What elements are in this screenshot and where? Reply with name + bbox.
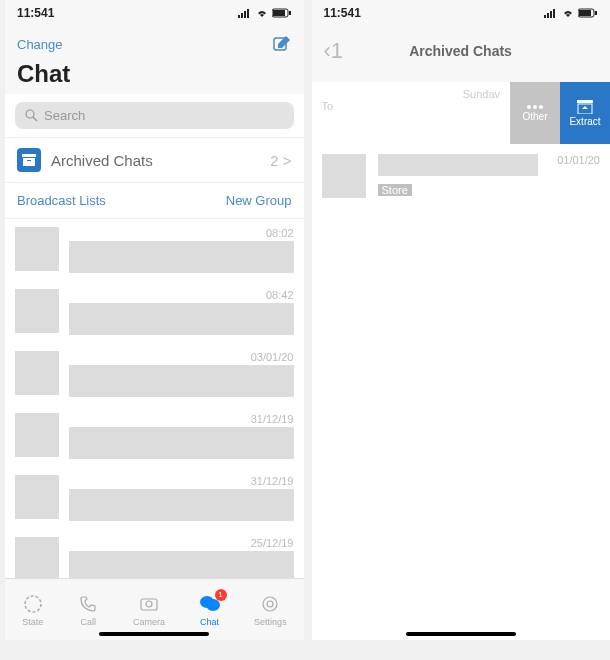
svg-point-27 (527, 105, 531, 109)
chat-row[interactable]: 08:42 (5, 281, 304, 343)
chat-row[interactable]: 03/01/20 (5, 343, 304, 405)
svg-rect-2 (244, 11, 246, 18)
avatar (322, 154, 366, 198)
status-time: 11:541 (17, 6, 54, 20)
home-indicator (99, 632, 209, 636)
avatar (15, 537, 59, 581)
svg-point-15 (146, 601, 152, 607)
swipe-content: Sundav To (312, 82, 511, 144)
chat-header: Change Chat (5, 26, 304, 94)
camera-icon (138, 593, 160, 615)
chat-row[interactable]: 31/12/19 (5, 467, 304, 529)
search-input[interactable]: Search (15, 102, 294, 129)
change-button[interactable]: Change (17, 37, 63, 52)
compose-icon[interactable] (272, 34, 292, 54)
phone-left: 11:541 Change Chat Search Archived Chats… (5, 0, 304, 640)
svg-rect-11 (23, 158, 35, 166)
svg-rect-5 (273, 10, 285, 16)
svg-point-13 (25, 596, 41, 612)
svg-point-19 (267, 601, 273, 607)
svg-rect-0 (238, 15, 240, 18)
svg-point-29 (539, 105, 543, 109)
status-icons (238, 6, 292, 20)
search-icon (25, 109, 38, 122)
svg-rect-12 (27, 160, 31, 161)
tab-settings[interactable]: Settings (254, 593, 287, 627)
svg-rect-20 (544, 15, 546, 18)
chat-time: 08:42 (69, 289, 294, 301)
svg-rect-6 (289, 11, 291, 15)
message-preview (69, 427, 294, 459)
swipe-extract-button[interactable]: Extract (560, 82, 610, 144)
status-time: 11:541 (324, 6, 361, 20)
svg-point-18 (263, 597, 277, 611)
phone-right: 11:541 ‹1 Archived Chats Sundav To Other… (312, 0, 611, 640)
svg-rect-21 (547, 13, 549, 18)
svg-rect-3 (247, 9, 249, 18)
message-preview (69, 489, 294, 521)
message-preview (69, 365, 294, 397)
archived-label: Archived Chats (51, 152, 270, 169)
chat-row[interactable]: 08:02 (5, 219, 304, 281)
swiped-chat-row[interactable]: Sundav To Other Extract (312, 82, 611, 144)
chat-time: 03/01/20 (69, 351, 294, 363)
avatar (15, 227, 59, 271)
chat-list: 08:02 08:42 03/01/20 31/12/19 31/12/19 2… (5, 219, 304, 591)
archived-chat-row[interactable]: 01/01/20 Store (312, 144, 611, 208)
status-bar: 11:541 (5, 0, 304, 26)
chat-time: 31/12/19 (69, 475, 294, 487)
archived-header: ‹1 Archived Chats (312, 26, 611, 82)
message-preview (69, 241, 294, 273)
store-badge: Store (378, 184, 412, 196)
swipe-other-button[interactable]: Other (510, 82, 560, 144)
page-title: Chat (17, 60, 292, 88)
tab-chat[interactable]: 1 Chat (199, 593, 221, 627)
tab-bar: State Call Camera 1 Chat Settings (5, 578, 304, 640)
message-preview (378, 154, 538, 176)
swipe-day: Sundav (463, 88, 500, 100)
archived-count: 2 > (270, 152, 291, 169)
dots-icon (526, 105, 544, 109)
signal-icon (544, 8, 558, 18)
tab-call[interactable]: Call (77, 593, 99, 627)
home-indicator (406, 632, 516, 636)
chat-time: 08:02 (69, 227, 294, 239)
state-icon (22, 593, 44, 615)
status-bar: 11:541 (312, 0, 611, 26)
gear-icon (259, 593, 281, 615)
battery-icon (578, 8, 598, 18)
signal-icon (238, 8, 252, 18)
avatar (15, 413, 59, 457)
message-preview (69, 303, 294, 335)
badge: 1 (215, 589, 227, 601)
avatar (15, 475, 59, 519)
svg-rect-25 (579, 10, 591, 16)
svg-rect-30 (577, 100, 593, 103)
search-placeholder: Search (44, 108, 85, 123)
tab-camera[interactable]: Camera (133, 593, 165, 627)
page-title: Archived Chats (363, 43, 558, 59)
swipe-to: To (322, 100, 334, 112)
new-group-button[interactable]: New Group (226, 193, 292, 208)
status-icons (544, 6, 598, 20)
svg-rect-10 (22, 154, 36, 157)
chat-time: 25/12/19 (69, 537, 294, 549)
tab-state[interactable]: State (22, 593, 44, 627)
svg-rect-23 (553, 9, 555, 18)
chat-icon: 1 (199, 593, 221, 615)
svg-line-9 (33, 117, 37, 121)
chat-time: 31/12/19 (69, 413, 294, 425)
archived-chats-row[interactable]: Archived Chats 2 > (5, 137, 304, 183)
avatar (15, 289, 59, 333)
list-actions: Broadcast Lists New Group (5, 183, 304, 219)
broadcast-lists-button[interactable]: Broadcast Lists (17, 193, 106, 208)
back-button[interactable]: ‹1 (324, 38, 344, 64)
avatar (15, 351, 59, 395)
svg-rect-22 (550, 11, 552, 18)
wifi-icon (561, 8, 575, 18)
unarchive-icon (577, 100, 593, 114)
chat-date: 01/01/20 (557, 154, 600, 166)
chat-row[interactable]: 31/12/19 (5, 405, 304, 467)
archive-box-icon (17, 148, 41, 172)
svg-point-8 (26, 110, 34, 118)
